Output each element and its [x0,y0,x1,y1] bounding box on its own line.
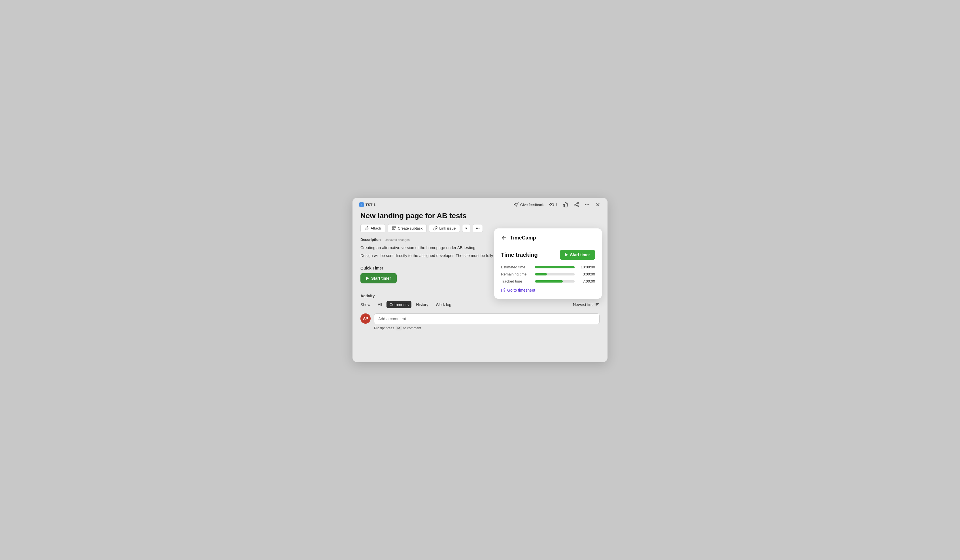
activity-section: Activity Show: All Comments History Work… [360,294,600,330]
toolbar-more-button[interactable]: ••• [473,224,483,232]
remaining-progress [535,273,574,275]
observers-count: 1 [556,203,558,207]
estimated-value: 10:00:00 [578,265,595,269]
svg-point-4 [577,205,579,207]
main-content: New landing page for AB tests Attach Cre… [352,211,608,336]
link-icon [433,226,437,230]
svg-line-18 [503,288,505,291]
timecamp-popup: TimeCamp Time tracking Start timer Estim… [494,229,602,299]
close-button[interactable] [595,202,601,208]
tracked-value: 7:00:00 [578,279,595,283]
popup-header: TimeCamp [501,235,595,245]
paperclip-icon [365,226,369,230]
task-id-badge: ✓ TST-1 [359,202,376,207]
external-link-icon [501,288,506,293]
start-timer-button[interactable]: Start timer [360,273,397,283]
unsaved-changes: · Unsaved changes [383,238,410,242]
tracked-time-row: Tracked time 7:00:00 [501,279,595,283]
tab-worklog[interactable]: Work log [433,301,454,308]
play-icon [366,277,369,280]
observers: 1 [549,202,558,208]
newest-first-button[interactable]: Newest first [573,302,600,307]
link-issue-label: Link issue [439,226,456,230]
tracked-bar [535,280,563,283]
show-label: Show: [360,302,371,307]
svg-point-8 [587,204,587,205]
estimated-time-row: Estimated time 10:00:00 [501,265,595,269]
attach-button[interactable]: Attach [360,224,386,232]
task-checkbox: ✓ [359,202,364,207]
more-options-button[interactable] [584,202,590,208]
sort-icon [595,302,600,307]
create-subtask-button[interactable]: Create subtask [388,224,427,232]
subtask-icon [392,226,396,230]
share-icon [573,202,579,208]
estimated-progress [535,266,574,268]
create-subtask-label: Create subtask [398,226,422,230]
comment-input[interactable] [374,314,600,324]
tab-all[interactable]: All [375,301,385,308]
megaphone-icon [514,202,518,207]
page-title: New landing page for AB tests [360,211,600,220]
tracked-progress [535,280,574,283]
back-button[interactable] [501,235,507,241]
svg-point-7 [585,204,586,205]
give-feedback-label: Give feedback [520,203,544,207]
eye-icon [549,202,555,208]
popup-start-timer-button[interactable]: Start timer [560,250,595,260]
svg-rect-13 [394,227,395,228]
tab-comments[interactable]: Comments [387,301,411,308]
estimated-label: Estimated time [501,265,532,269]
popup-body-header: Time tracking Start timer [501,250,595,260]
avatar: AP [360,314,371,324]
estimated-bar [535,266,574,268]
comment-area: AP [360,314,600,324]
tab-history[interactable]: History [413,301,431,308]
remaining-label: Remaining time [501,272,532,276]
svg-line-6 [576,203,577,204]
go-to-timesheet-label: Go to timesheet [507,288,535,293]
activity-tabs: Show: All Comments History Work log Newe… [360,301,600,308]
svg-rect-12 [392,227,394,228]
remaining-value: 3:00:00 [578,272,595,276]
thumbs-up-icon [563,202,568,208]
svg-point-1 [551,204,552,205]
give-feedback-button[interactable]: Give feedback [514,202,544,207]
timecamp-title: TimeCamp [510,235,536,241]
task-id: TST-1 [366,203,376,207]
header-right: Give feedback 1 [514,202,601,208]
go-to-timesheet-link[interactable]: Go to timesheet [501,288,595,293]
svg-point-3 [574,204,576,205]
header-left: ✓ TST-1 [359,202,376,207]
like-button[interactable] [563,202,568,208]
svg-point-9 [588,204,589,205]
activity-tabs-left: Show: All Comments History Work log [360,301,454,308]
remaining-time-row: Remaining time 3:00:00 [501,272,595,276]
pro-tip: Pro tip: press M to comment [374,326,600,330]
tracked-label: Tracked time [501,279,532,283]
play-icon-popup [565,253,568,256]
time-tracking-label: Time tracking [501,252,538,258]
link-issue-button[interactable]: Link issue [429,224,460,232]
svg-point-2 [577,202,579,204]
toolbar-dropdown-button[interactable]: ▾ [462,224,470,232]
attach-label: Attach [371,226,381,230]
newest-first-label: Newest first [573,302,594,307]
start-timer-label: Start timer [371,276,391,280]
svg-rect-14 [392,229,394,230]
back-arrow-icon [501,235,507,241]
popup-start-timer-label: Start timer [570,253,590,257]
svg-line-5 [576,205,577,206]
main-window: ✓ TST-1 Give feedback 1 [352,198,608,362]
remaining-bar [535,273,547,275]
ellipsis-icon [584,202,590,208]
header: ✓ TST-1 Give feedback 1 [352,198,608,210]
shortcut-key: M [395,326,402,330]
share-button[interactable] [573,202,579,208]
close-icon [595,202,601,208]
